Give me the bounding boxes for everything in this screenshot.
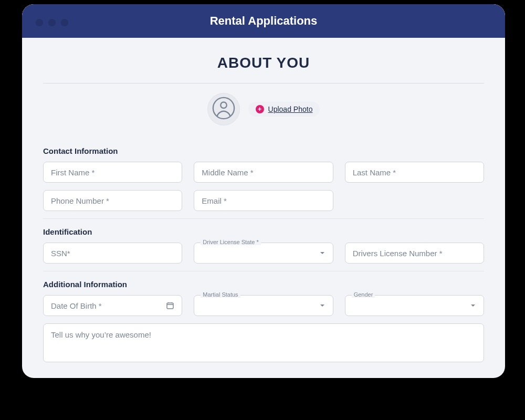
window-dot[interactable] xyxy=(61,19,68,26)
gender-input[interactable] xyxy=(353,301,470,310)
dob-field[interactable] xyxy=(43,295,182,316)
martial-status-label: Martial Status xyxy=(201,291,240,298)
martial-status-select[interactable]: Martial Status xyxy=(194,295,333,316)
upload-photo-label: Upload Photo xyxy=(268,105,313,113)
last-name-field[interactable] xyxy=(345,162,484,183)
calendar-icon xyxy=(166,301,174,310)
martial-status-input[interactable] xyxy=(202,301,319,310)
svg-point-1 xyxy=(220,102,227,109)
plus-icon: + xyxy=(256,105,264,113)
chevron-down-icon xyxy=(470,302,476,309)
gender-select[interactable]: Gender xyxy=(345,295,484,316)
email-input[interactable] xyxy=(202,196,325,205)
user-icon xyxy=(212,96,236,122)
phone-input[interactable] xyxy=(51,196,174,205)
email-field[interactable] xyxy=(194,190,333,211)
page-title: ABOUT YOU xyxy=(43,55,484,71)
ssn-input[interactable] xyxy=(51,249,174,258)
ssn-field[interactable] xyxy=(43,243,182,264)
middle-name-field[interactable] xyxy=(194,162,333,183)
driver-license-number-input[interactable] xyxy=(353,249,476,258)
section-title-additional: Additional Information xyxy=(43,280,484,289)
driver-license-state-select[interactable]: Driver License State * xyxy=(194,243,333,264)
middle-name-input[interactable] xyxy=(202,168,325,177)
section-contact: Contact Information xyxy=(43,138,484,211)
dob-input[interactable] xyxy=(51,301,166,310)
chevron-down-icon xyxy=(319,302,326,309)
window-dot[interactable] xyxy=(36,19,43,26)
photo-upload-row: + Upload Photo xyxy=(43,83,484,138)
section-identification: Identification Driver License State * xyxy=(43,219,484,264)
section-title-identification: Identification xyxy=(43,227,484,236)
gender-label: Gender xyxy=(352,291,375,298)
about-you-field[interactable] xyxy=(43,323,484,362)
window-dot[interactable] xyxy=(48,19,56,26)
first-name-field[interactable] xyxy=(43,162,182,183)
driver-license-number-field[interactable] xyxy=(345,243,484,264)
section-additional: Additional Information Martial Status xyxy=(43,271,484,362)
window-controls xyxy=(36,19,68,26)
about-you-input[interactable] xyxy=(51,330,476,353)
content-area: ABOUT YOU + Upload Photo Contact Informa… xyxy=(22,38,505,368)
last-name-input[interactable] xyxy=(353,168,476,177)
driver-license-state-label: Driver License State * xyxy=(201,239,260,245)
window-title: Rental Applications xyxy=(22,14,505,28)
avatar-placeholder xyxy=(207,93,240,125)
titlebar: Rental Applications xyxy=(22,4,505,38)
driver-license-state-input[interactable] xyxy=(202,249,319,258)
svg-rect-2 xyxy=(167,303,173,309)
first-name-input[interactable] xyxy=(51,168,174,177)
app-window: Rental Applications ABOUT YOU + Upload P… xyxy=(22,4,505,378)
upload-photo-button[interactable]: + Upload Photo xyxy=(248,102,320,117)
chevron-down-icon xyxy=(319,250,326,256)
section-title-contact: Contact Information xyxy=(43,146,484,155)
phone-field[interactable] xyxy=(43,190,182,211)
